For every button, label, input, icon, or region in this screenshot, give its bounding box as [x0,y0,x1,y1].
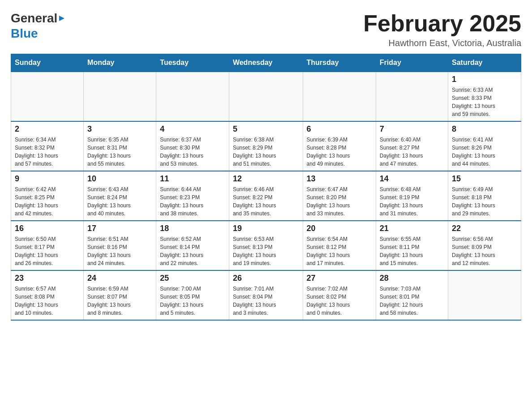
calendar-cell [84,72,156,121]
calendar-cell: 3Sunrise: 6:35 AM Sunset: 8:31 PM Daylig… [84,121,156,171]
calendar-cell: 20Sunrise: 6:54 AM Sunset: 8:12 PM Dayli… [303,221,376,270]
location-text: Hawthorn East, Victoria, Australia [363,38,521,48]
day-info: Sunrise: 6:55 AM Sunset: 8:11 PM Dayligh… [380,235,444,267]
day-of-week-header: Thursday [303,54,376,72]
calendar-cell: 21Sunrise: 6:55 AM Sunset: 8:11 PM Dayli… [376,221,448,270]
day-number: 19 [233,224,299,233]
day-number: 28 [380,274,444,283]
day-info: Sunrise: 6:38 AM Sunset: 8:29 PM Dayligh… [233,136,299,168]
calendar-cell [11,72,84,121]
calendar-cell: 1Sunrise: 6:33 AM Sunset: 8:33 PM Daylig… [448,72,521,121]
calendar-cell: 10Sunrise: 6:43 AM Sunset: 8:24 PM Dayli… [84,171,156,221]
day-info: Sunrise: 6:47 AM Sunset: 8:20 PM Dayligh… [307,185,372,218]
day-of-week-header: Monday [84,54,156,72]
day-number: 11 [160,174,225,184]
day-number: 15 [452,174,517,184]
calendar-cell: 9Sunrise: 6:42 AM Sunset: 8:25 PM Daylig… [11,171,84,221]
calendar-cell: 6Sunrise: 6:39 AM Sunset: 8:28 PM Daylig… [303,121,376,171]
day-number: 20 [307,224,372,233]
day-of-week-header: Friday [376,54,448,72]
day-number: 14 [380,174,444,184]
day-info: Sunrise: 6:44 AM Sunset: 8:23 PM Dayligh… [160,185,225,218]
logo-general-text: General [11,11,57,26]
calendar-table: SundayMondayTuesdayWednesdayThursdayFrid… [11,54,521,321]
day-info: Sunrise: 6:42 AM Sunset: 8:25 PM Dayligh… [15,185,80,218]
calendar-cell: 26Sunrise: 7:01 AM Sunset: 8:04 PM Dayli… [229,270,303,320]
calendar-cell: 27Sunrise: 7:02 AM Sunset: 8:02 PM Dayli… [303,270,376,320]
day-info: Sunrise: 6:50 AM Sunset: 8:17 PM Dayligh… [15,235,80,267]
calendar-cell: 16Sunrise: 6:50 AM Sunset: 8:17 PM Dayli… [11,221,84,270]
week-row: 16Sunrise: 6:50 AM Sunset: 8:17 PM Dayli… [11,221,521,270]
day-number: 1 [452,75,517,84]
day-number: 9 [15,174,80,184]
day-number: 26 [233,274,299,283]
day-info: Sunrise: 6:43 AM Sunset: 8:24 PM Dayligh… [87,185,152,218]
calendar-cell [156,72,229,121]
calendar-cell: 4Sunrise: 6:37 AM Sunset: 8:30 PM Daylig… [156,121,229,171]
calendar-cell [448,270,521,320]
day-info: Sunrise: 7:01 AM Sunset: 8:04 PM Dayligh… [233,285,299,317]
calendar-cell: 5Sunrise: 6:38 AM Sunset: 8:29 PM Daylig… [229,121,303,171]
day-number: 21 [380,224,444,233]
logo-blue-text: Blue [11,26,38,40]
calendar-cell: 17Sunrise: 6:51 AM Sunset: 8:16 PM Dayli… [84,221,156,270]
day-info: Sunrise: 6:49 AM Sunset: 8:18 PM Dayligh… [452,185,517,218]
day-info: Sunrise: 6:52 AM Sunset: 8:14 PM Dayligh… [160,235,225,267]
calendar-cell: 8Sunrise: 6:41 AM Sunset: 8:26 PM Daylig… [448,121,521,171]
day-info: Sunrise: 6:46 AM Sunset: 8:22 PM Dayligh… [233,185,299,218]
day-number: 17 [87,224,152,233]
day-info: Sunrise: 6:40 AM Sunset: 8:27 PM Dayligh… [380,136,444,168]
calendar-cell: 2Sunrise: 6:34 AM Sunset: 8:32 PM Daylig… [11,121,84,171]
day-info: Sunrise: 6:34 AM Sunset: 8:32 PM Dayligh… [15,136,80,168]
day-number: 22 [452,224,517,233]
day-number: 8 [452,124,517,134]
day-info: Sunrise: 6:37 AM Sunset: 8:30 PM Dayligh… [160,136,225,168]
calendar-cell: 14Sunrise: 6:48 AM Sunset: 8:19 PM Dayli… [376,171,448,221]
calendar-cell: 18Sunrise: 6:52 AM Sunset: 8:14 PM Dayli… [156,221,229,270]
calendar-cell [303,72,376,121]
day-number: 6 [307,124,372,134]
calendar-cell: 13Sunrise: 6:47 AM Sunset: 8:20 PM Dayli… [303,171,376,221]
day-info: Sunrise: 6:53 AM Sunset: 8:13 PM Dayligh… [233,235,299,267]
calendar-cell [376,72,448,121]
day-info: Sunrise: 7:00 AM Sunset: 8:05 PM Dayligh… [160,285,225,317]
calendar-cell: 23Sunrise: 6:57 AM Sunset: 8:08 PM Dayli… [11,270,84,320]
day-of-week-header: Saturday [448,54,521,72]
day-number: 13 [307,174,372,184]
day-info: Sunrise: 6:35 AM Sunset: 8:31 PM Dayligh… [87,136,152,168]
logo: General Blue [11,11,65,41]
day-number: 18 [160,224,225,233]
day-info: Sunrise: 7:03 AM Sunset: 8:01 PM Dayligh… [380,285,444,317]
day-number: 3 [87,124,152,134]
day-info: Sunrise: 6:48 AM Sunset: 8:19 PM Dayligh… [380,185,444,218]
week-row: 9Sunrise: 6:42 AM Sunset: 8:25 PM Daylig… [11,171,521,221]
calendar-cell: 11Sunrise: 6:44 AM Sunset: 8:23 PM Dayli… [156,171,229,221]
day-info: Sunrise: 6:54 AM Sunset: 8:12 PM Dayligh… [307,235,372,267]
week-row: 23Sunrise: 6:57 AM Sunset: 8:08 PM Dayli… [11,270,521,320]
day-number: 23 [15,274,80,283]
day-number: 7 [380,124,444,134]
day-number: 4 [160,124,225,134]
day-info: Sunrise: 6:33 AM Sunset: 8:33 PM Dayligh… [452,86,517,118]
day-info: Sunrise: 6:59 AM Sunset: 8:07 PM Dayligh… [87,285,152,317]
svg-marker-0 [59,16,64,21]
day-number: 2 [15,124,80,134]
day-info: Sunrise: 6:57 AM Sunset: 8:08 PM Dayligh… [15,285,80,317]
day-number: 16 [15,224,80,233]
week-row: 1Sunrise: 6:33 AM Sunset: 8:33 PM Daylig… [11,72,521,121]
calendar-cell: 12Sunrise: 6:46 AM Sunset: 8:22 PM Dayli… [229,171,303,221]
day-number: 24 [87,274,152,283]
calendar-cell: 28Sunrise: 7:03 AM Sunset: 8:01 PM Dayli… [376,270,448,320]
day-info: Sunrise: 6:51 AM Sunset: 8:16 PM Dayligh… [87,235,152,267]
calendar-cell: 25Sunrise: 7:00 AM Sunset: 8:05 PM Dayli… [156,270,229,320]
title-block: February 2025 Hawthorn East, Victoria, A… [363,11,521,48]
day-info: Sunrise: 6:56 AM Sunset: 8:09 PM Dayligh… [452,235,517,267]
day-number: 12 [233,174,299,184]
page-header: General Blue February 2025 Hawthorn East… [11,11,521,48]
calendar-cell: 24Sunrise: 6:59 AM Sunset: 8:07 PM Dayli… [84,270,156,320]
day-info: Sunrise: 7:02 AM Sunset: 8:02 PM Dayligh… [307,285,372,317]
logo-arrow-icon [58,15,65,24]
day-number: 27 [307,274,372,283]
day-of-week-header: Sunday [11,54,84,72]
month-title: February 2025 [363,11,521,36]
